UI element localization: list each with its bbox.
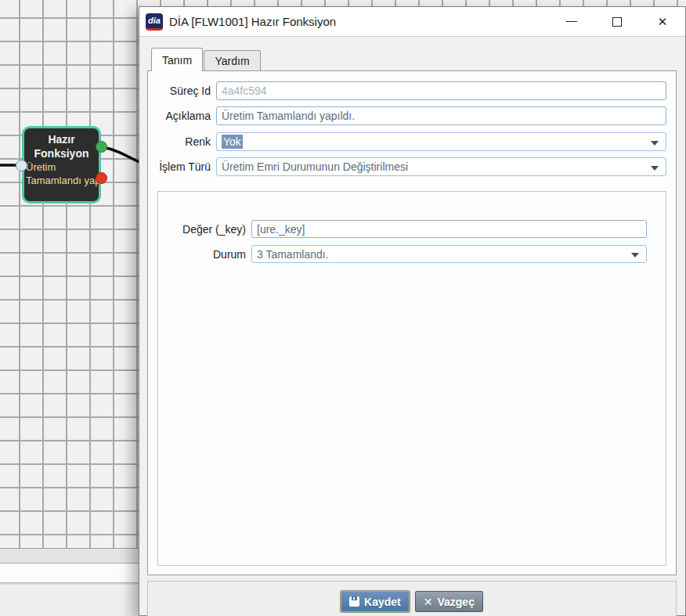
node-output-port-error[interactable] <box>96 172 107 184</box>
maximize-button[interactable] <box>594 7 640 37</box>
cancel-button[interactable]: ✕ Vazgeç <box>415 591 483 612</box>
renk-label: Renk <box>147 132 211 151</box>
chevron-down-icon[interactable] <box>651 141 659 146</box>
screen: Hazır Fonksiyon Üretim Tamamlandı yapı d… <box>0 0 686 616</box>
islem-turu-selected-value: Üretim Emri Durumunun Değiştirilmesi <box>222 160 408 173</box>
node-input-port[interactable] <box>16 160 27 171</box>
minimize-button[interactable]: — <box>549 7 594 37</box>
deger-key-label: Değer (_key) <box>163 220 246 239</box>
close-icon: ✕ <box>658 15 668 29</box>
durum-label: Durum <box>163 245 246 264</box>
tab-tanim[interactable]: Tanım <box>151 48 203 71</box>
node-title-line: Hazır <box>24 132 99 146</box>
save-icon <box>349 596 359 607</box>
flow-node-hazir-fonksiyon[interactable]: Hazır Fonksiyon Üretim Tamamlandı yapı <box>22 126 101 204</box>
close-button[interactable]: ✕ <box>640 7 685 37</box>
durum-combobox[interactable]: 3 Tamamlandı. <box>251 245 647 263</box>
dialog-titlebar[interactable]: dia DİA [FLW1001] Hazır Fonksiyon — ✕ <box>139 7 685 37</box>
tab-yardim[interactable]: Yardım <box>204 50 261 71</box>
dialog-title: DİA [FLW1001] Hazır Fonksiyon <box>169 15 336 28</box>
node-output-port-success[interactable] <box>96 141 107 153</box>
durum-selected-value: 3 Tamamlandı. <box>257 248 329 261</box>
maximize-icon <box>612 17 622 27</box>
cancel-x-icon: ✕ <box>424 596 433 608</box>
window-controls: — ✕ <box>549 7 685 37</box>
islem-turu-combobox[interactable]: Üretim Emri Durumunun Değiştirilmesi <box>216 157 666 176</box>
node-subtitle-line: Üretim <box>24 160 99 174</box>
surec-id-input[interactable]: 4a4fc594 <box>216 81 666 100</box>
chevron-down-icon[interactable] <box>631 253 639 258</box>
dia-logo-icon: dia <box>146 13 163 31</box>
aciklama-input[interactable]: Üretim Tamamlandı yapıldı. <box>216 106 666 125</box>
cancel-button-label: Vazgeç <box>437 596 474 608</box>
chevron-down-icon[interactable] <box>651 166 659 171</box>
renk-selected-value: Yok <box>222 135 243 149</box>
aciklama-label: Açıklama <box>147 106 211 125</box>
save-button-label: Kaydet <box>364 596 401 608</box>
renk-combobox[interactable]: Yok <box>216 132 666 151</box>
islem-turu-label: İşlem Türü <box>147 157 211 176</box>
node-subtitle-line: Tamamlandı yapı <box>24 174 99 187</box>
node-title-line: Fonksiyon <box>24 146 99 160</box>
dialog-button-panel: Kaydet ✕ Vazgeç <box>147 581 677 616</box>
surec-id-label: Süreç Id <box>147 81 211 100</box>
dialog-hazir-fonksiyon: dia DİA [FLW1001] Hazır Fonksiyon — ✕ Ta… <box>139 6 686 616</box>
minimize-icon: — <box>566 14 577 27</box>
deger-key-input[interactable]: [ure._key] <box>251 220 647 238</box>
save-button[interactable]: Kaydet <box>341 591 410 612</box>
